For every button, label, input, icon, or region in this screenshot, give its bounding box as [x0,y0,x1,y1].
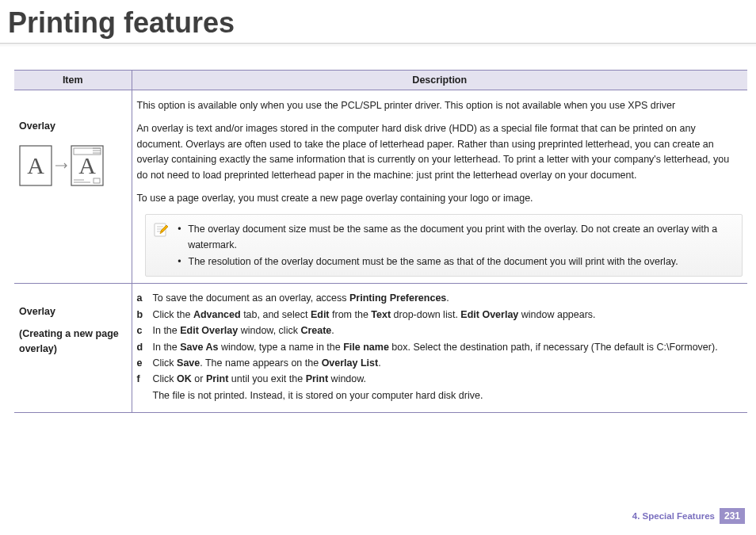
step-text: In the Edit Overlay window, click Create… [153,323,334,338]
item-cell-overlay-create: Overlay (Creating a new page overlay) [14,284,132,413]
page-header: Printing features [0,0,756,41]
table-row: Overlay (Creating a new page overlay) a … [14,284,747,413]
note-box: • The overlay document size must be the … [145,214,743,277]
note-item: • The overlay document size must be the … [178,222,735,253]
step-item: d In the Save As window, type a name in … [137,340,743,355]
page-title: Printing features [8,6,748,40]
chapter-label: 4. Special Features [632,511,715,521]
step-text: In the Save As window, type a name in th… [153,340,718,355]
content-area: Item Description Overlay A [0,48,756,413]
item-cell-overlay: Overlay A [14,90,132,284]
step-item: a To save the document as an overlay, ac… [137,291,743,306]
desc-paragraph: An overlay is text and/or images stored … [137,121,743,183]
step-text: Click OK or Print until you exit the Pri… [153,372,367,387]
step-letter-empty [137,388,145,403]
step-letter: a [137,291,145,306]
note-list: • The overlay document size must be the … [178,220,735,271]
note-item: • The resolution of the overlay document… [178,254,735,269]
step-item: b Click the Advanced tab, and select Edi… [137,308,743,323]
desc-paragraph: This option is available only when you u… [137,98,743,113]
step-letter: b [137,308,145,323]
step-text: To save the document as an overlay, acce… [153,291,449,306]
step-item: The file is not printed. Instead, it is … [137,388,743,403]
step-text: The file is not printed. Instead, it is … [153,388,483,403]
desc-paragraph: To use a page overlay, you must create a… [137,191,743,206]
svg-text:A: A [27,152,44,178]
step-letter: c [137,323,145,338]
description-cell-overlay-create: a To save the document as an overlay, ac… [132,284,747,413]
step-letter: d [137,340,145,355]
step-letter: e [137,356,145,371]
step-text: Click the Advanced tab, and select Edit … [153,308,596,323]
step-item: c In the Edit Overlay window, click Crea… [137,323,743,338]
step-item: f Click OK or Print until you exit the P… [137,372,743,387]
table-row: Overlay A [14,90,747,284]
step-letter: f [137,372,145,387]
note-text: The overlay document size must be the sa… [188,222,734,253]
description-cell-overlay: This option is available only when you u… [132,90,747,284]
step-item: e Click Save. The name appears on the Ov… [137,356,743,371]
overlay-illustration: A A [19,142,127,188]
features-table: Item Description Overlay A [14,70,747,413]
item-sublabel: (Creating a new page overlay) [19,327,127,357]
svg-text:A: A [78,152,96,178]
column-header-description: Description [132,71,747,90]
note-text: The resolution of the overlay document m… [189,254,678,269]
page-number: 231 [720,508,745,524]
page-footer: 4. Special Features 231 [632,508,745,524]
step-text: Click Save. The name appears on the Over… [153,356,381,371]
note-icon [152,220,170,271]
item-label: Overlay [19,304,127,319]
bullet-icon: • [178,254,182,269]
column-header-item: Item [14,71,132,90]
bullet-icon: • [178,222,182,253]
steps-list: a To save the document as an overlay, ac… [137,289,743,406]
item-label: Overlay [19,119,127,134]
